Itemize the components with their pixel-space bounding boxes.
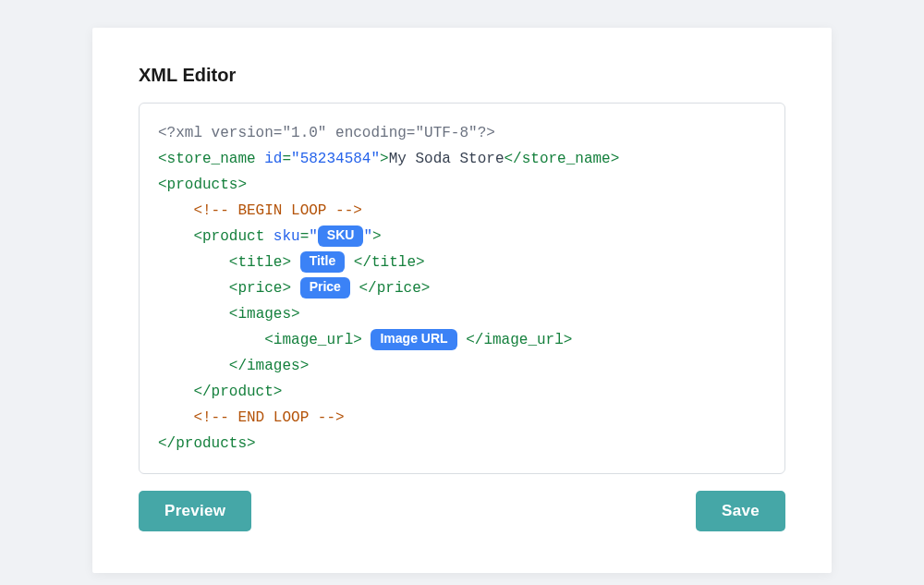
store-attr-eq: =	[282, 151, 291, 167]
images-close-name: images	[247, 358, 300, 374]
price-open-name: price	[237, 280, 282, 297]
price-close-gt: >	[421, 280, 431, 297]
product-close-lt: </	[193, 384, 211, 400]
pill-price[interactable]: Price	[300, 277, 350, 299]
title-open-gt: >	[282, 254, 291, 271]
images-close-gt: >	[300, 358, 310, 374]
space	[457, 332, 467, 348]
products-open-gt: >	[237, 177, 247, 193]
space	[291, 254, 300, 271]
products-close-gt: >	[247, 435, 256, 452]
preview-button[interactable]: Preview	[139, 491, 251, 531]
price-open-gt: >	[282, 280, 291, 297]
xml-decl-open: <?	[158, 125, 176, 141]
product-open-gt: >	[372, 228, 382, 245]
comment-begin-loop: <!-- BEGIN LOOP -->	[193, 202, 361, 219]
store-close-lt: </	[505, 151, 522, 167]
products-close-name: products	[176, 435, 247, 452]
price-close-name: price	[377, 280, 421, 297]
product-open-lt: <	[193, 228, 202, 245]
store-open-gt: >	[380, 151, 389, 167]
image-url-close-gt: >	[564, 332, 573, 348]
images-open-name: images	[237, 306, 291, 323]
images-open-lt: <	[229, 306, 238, 323]
price-close-lt: </	[359, 280, 377, 297]
space	[362, 332, 371, 348]
code-editor[interactable]: <?xml version="1.0" encoding="UTF-8"?> <…	[139, 103, 785, 474]
title-close-name: title	[371, 254, 416, 271]
store-text: My Soda Store	[389, 151, 505, 167]
title-open-name: title	[237, 254, 282, 271]
xml-decl-body: xml version="1.0" encoding="UTF-8"	[176, 125, 477, 141]
products-open-lt: <	[158, 177, 167, 193]
products-close-lt: </	[158, 435, 176, 452]
title-close-gt: >	[416, 254, 425, 271]
images-close-lt: </	[229, 358, 247, 374]
pill-sku[interactable]: SKU	[318, 225, 364, 247]
store-attr-id: id	[256, 151, 283, 167]
image-url-open-gt: >	[353, 332, 362, 348]
products-open-name: products	[167, 177, 238, 193]
panel-title: XML Editor	[139, 65, 785, 86]
product-attr-quote-close: "	[363, 228, 372, 245]
product-attr-eq: =	[300, 228, 310, 245]
image-url-open-lt: <	[264, 332, 274, 348]
title-close-lt: </	[354, 254, 371, 271]
pill-image-url[interactable]: Image URL	[371, 329, 456, 350]
image-url-close-lt: </	[466, 332, 483, 348]
xml-editor-panel: XML Editor <?xml version="1.0" encoding=…	[92, 28, 832, 573]
product-close-name: product	[212, 384, 274, 400]
pill-title[interactable]: Title	[300, 251, 346, 273]
image-url-open-name: image_url	[274, 332, 353, 348]
product-open-name: product	[202, 228, 264, 245]
store-open-name: store_name	[167, 151, 256, 167]
comment-end-loop: <!-- END LOOP -->	[193, 409, 344, 426]
button-row: Preview Save	[139, 491, 785, 531]
store-open-lt: <	[158, 151, 167, 167]
save-button[interactable]: Save	[696, 491, 785, 531]
images-open-gt: >	[291, 306, 300, 323]
store-close-name: store_name	[522, 151, 611, 167]
price-open-lt: <	[229, 280, 238, 297]
title-open-lt: <	[229, 254, 238, 271]
product-attr-quote-open: "	[309, 228, 318, 245]
product-attr-sku: sku	[264, 228, 299, 245]
space	[345, 254, 354, 271]
store-attr-val: "58234584"	[291, 151, 380, 167]
product-close-gt: >	[274, 384, 283, 400]
space	[291, 280, 300, 297]
xml-decl-close: ?>	[478, 125, 495, 141]
image-url-close-name: image_url	[483, 332, 563, 348]
store-close-gt: >	[611, 151, 620, 167]
space	[350, 280, 359, 297]
